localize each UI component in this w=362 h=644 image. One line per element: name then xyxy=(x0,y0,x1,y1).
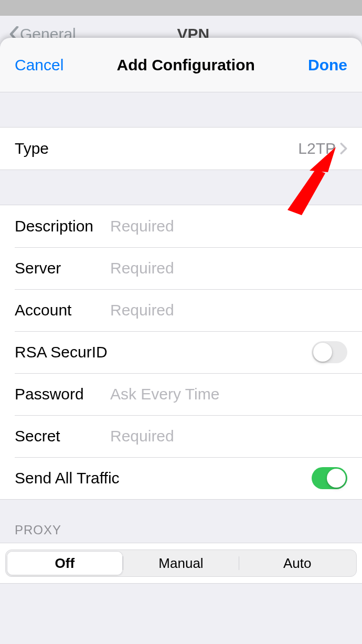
account-label: Account xyxy=(15,301,110,319)
account-row[interactable]: Account xyxy=(0,289,362,331)
proxy-segmented-control[interactable]: OffManualAuto xyxy=(5,550,357,577)
proxy-group: OffManualAuto xyxy=(0,543,362,584)
type-group: Type L2TP xyxy=(0,127,362,170)
send-all-traffic-row: Send All Traffic xyxy=(0,457,362,499)
type-value: L2TP xyxy=(298,140,336,157)
description-label: Description xyxy=(15,217,110,235)
spacer xyxy=(0,92,362,127)
description-input[interactable] xyxy=(110,217,347,235)
add-configuration-sheet: Cancel Add Configuration Done Type L2TP … xyxy=(0,38,362,644)
secret-label: Secret xyxy=(15,427,110,445)
done-button[interactable]: Done xyxy=(308,56,347,74)
password-label: Password xyxy=(15,385,110,403)
server-label: Server xyxy=(15,259,110,277)
cancel-button[interactable]: Cancel xyxy=(15,56,63,74)
description-row[interactable]: Description xyxy=(0,205,362,247)
proxy-section-header: PROXY xyxy=(0,500,362,543)
modal-title: Add Configuration xyxy=(117,56,255,74)
rsa-securid-label: RSA SecurID xyxy=(15,343,108,361)
rsa-securid-toggle[interactable] xyxy=(312,341,347,363)
proxy-segment-manual[interactable]: Manual xyxy=(123,551,239,575)
chevron-right-icon xyxy=(340,142,347,155)
secret-input[interactable] xyxy=(110,427,347,445)
config-fields-group: Description Server Account RSA SecurID P… xyxy=(0,205,362,500)
secret-row[interactable]: Secret xyxy=(0,415,362,457)
modal-nav-bar: Cancel Add Configuration Done xyxy=(0,38,362,92)
server-row[interactable]: Server xyxy=(0,247,362,289)
password-row[interactable]: Password xyxy=(0,373,362,415)
proxy-segment-auto[interactable]: Auto xyxy=(239,551,355,575)
account-input[interactable] xyxy=(110,301,347,319)
password-input[interactable] xyxy=(110,385,347,403)
type-label: Type xyxy=(15,140,110,157)
rsa-securid-row: RSA SecurID xyxy=(0,331,362,373)
type-row[interactable]: Type L2TP xyxy=(0,128,362,170)
server-input[interactable] xyxy=(110,259,347,277)
proxy-segment-off[interactable]: Off xyxy=(7,551,123,575)
spacer xyxy=(0,170,362,205)
send-all-traffic-toggle[interactable] xyxy=(312,467,347,489)
send-all-traffic-label: Send All Traffic xyxy=(15,469,120,487)
